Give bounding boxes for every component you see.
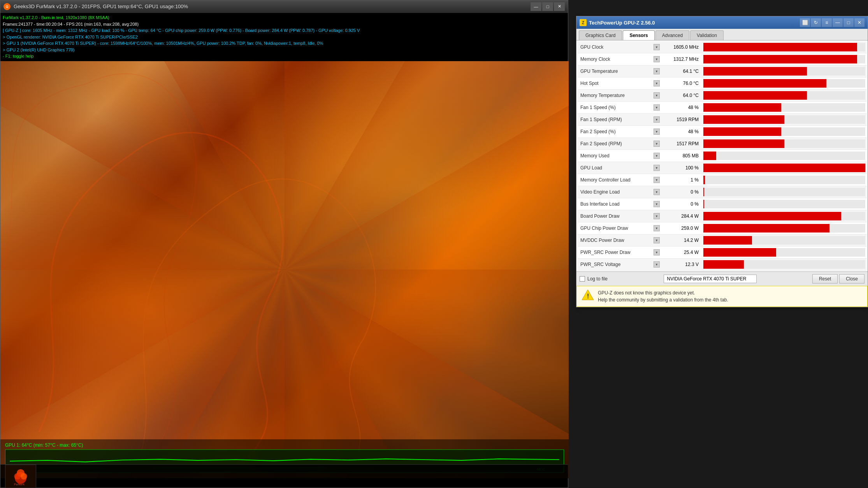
furmark-info-line7: - F1: toggle help [3, 53, 566, 60]
sensor-dropdown-2[interactable]: ▼ [654, 68, 660, 74]
sensor-bar-container-9 [703, 152, 865, 160]
svg-text:!: ! [587, 293, 589, 299]
sensor-dropdown-10[interactable]: ▼ [654, 165, 660, 171]
sensor-dropdown-14[interactable]: ▼ [654, 213, 660, 219]
sensor-value-9: 805 MB [663, 153, 702, 159]
sensor-label: PWR_SRC Power Draw [580, 250, 631, 255]
tab-graphics-card[interactable]: Graphics Card [579, 30, 622, 40]
sensor-dropdown-0[interactable]: ▼ [654, 44, 660, 50]
sensor-name-0: GPU Clock ▼ [577, 44, 663, 50]
sensor-bar-18 [703, 260, 744, 269]
gpu-selector[interactable]: NVIDIA GeForce RTX 4070 Ti SUPER [664, 275, 757, 283]
sensor-dropdown-18[interactable]: ▼ [654, 261, 660, 268]
gpuz-refresh-button[interactable]: ↻ [811, 18, 821, 27]
sensor-name-3: Hot Spot ▼ [577, 80, 663, 86]
sensor-bar-9 [703, 152, 716, 160]
sensor-row: Fan 1 Speed (%) ▼ 48 % [577, 102, 867, 114]
sensor-bar-container-8 [703, 139, 865, 148]
gpuz-tabs: Graphics Card Sensors Advanced Validatio… [576, 29, 868, 41]
gpuz-close-button[interactable]: ✕ [854, 18, 864, 27]
sensor-value-16: 14.2 W [663, 238, 702, 243]
sensor-value-18: 12.3 V [663, 262, 702, 267]
sensor-row: MVDDC Power Draw ▼ 14.2 W [577, 234, 867, 247]
sensor-value-7: 48 % [663, 129, 702, 134]
sensor-label: Memory Clock [580, 56, 610, 62]
sensor-dropdown-17[interactable]: ▼ [654, 249, 660, 255]
log-to-file-label: Log to file [587, 276, 608, 282]
gpu-temp-label: GPU 1: 64°C (min: 57°C - max: 65°C) [5, 442, 564, 448]
sensor-value-13: 0 % [663, 201, 702, 207]
gpuz-minimize-button[interactable]: — [833, 18, 843, 27]
log-to-file-checkbox[interactable] [580, 276, 585, 282]
sensor-dropdown-6[interactable]: ▼ [654, 116, 660, 123]
tab-sensors[interactable]: Sensors [623, 30, 654, 40]
furmark-minimize-button[interactable]: — [531, 2, 541, 11]
sensor-dropdown-4[interactable]: ▼ [654, 92, 660, 99]
sensor-dropdown-11[interactable]: ▼ [654, 177, 660, 183]
sensor-dropdown-13[interactable]: ▼ [654, 201, 660, 207]
sensor-bar-15 [703, 224, 829, 233]
furmark-icon: G [4, 3, 11, 10]
sensor-bar-container-16 [703, 236, 865, 245]
furmark-logo-svg: FurMark [9, 467, 32, 486]
gpuz-window: Z TechPowerUp GPU-Z 2.56.0 ⬜ ↻ ≡ — □ ✕ G… [576, 16, 868, 307]
tab-advanced[interactable]: Advanced [655, 30, 689, 40]
furmark-info-line6: > GPU 2 (Intel(R) UHD Graphics 770) [3, 47, 566, 53]
sensor-row: PWR_SRC Voltage ▼ 12.3 V [577, 259, 867, 271]
furmark-info-line1: FurMark v1.37.2.0 - Burn-in test, 1920x1… [3, 14, 566, 21]
furmark-title: Geeks3D FurMark v1.37.2.0 - 201FPS, GPU1… [14, 4, 531, 9]
sensor-label: MVDDC Power Draw [580, 238, 624, 243]
sensor-bar-container-10 [703, 164, 865, 172]
sensor-name-13: Bus Interface Load ▼ [577, 201, 663, 207]
sensor-name-1: Memory Clock ▼ [577, 56, 663, 62]
furmark-titlebar: G Geeks3D FurMark v1.37.2.0 - 201FPS, GP… [0, 0, 568, 13]
sensor-label: Video Engine Load [580, 189, 620, 195]
sensor-dropdown-1[interactable]: ▼ [654, 56, 660, 62]
sensor-name-8: Fan 2 Speed (RPM) ▼ [577, 141, 663, 147]
gpuz-app-icon: Z [580, 19, 587, 26]
sensor-bar-container-17 [703, 248, 865, 257]
tab-validation[interactable]: Validation [690, 30, 724, 40]
furmark-window: G Geeks3D FurMark v1.37.2.0 - 201FPS, GP… [0, 0, 568, 488]
gpuz-menu-button[interactable]: ≡ [822, 18, 832, 27]
close-button[interactable]: Close [839, 274, 864, 284]
sensor-dropdown-12[interactable]: ▼ [654, 189, 660, 195]
sensor-bar-container-7 [703, 127, 865, 136]
furmark-maximize-button[interactable]: □ [542, 2, 553, 11]
furmark-info-line2: Frames:241377 - time:00:20:04 - FPS:201 … [3, 21, 566, 28]
sensor-dropdown-8[interactable]: ▼ [654, 141, 660, 147]
sensor-dropdown-5[interactable]: ▼ [654, 104, 660, 111]
gpuz-screenshot-button[interactable]: ⬜ [800, 18, 810, 27]
furmark-status-bar: FurMark [0, 464, 568, 488]
sensor-value-3: 76.0 °C [663, 81, 702, 86]
svg-rect-1 [0, 61, 569, 478]
sensor-dropdown-15[interactable]: ▼ [654, 225, 660, 231]
sensor-value-14: 284.4 W [663, 213, 702, 219]
sensor-value-12: 0 % [663, 189, 702, 195]
gpuz-title: TechPowerUp GPU-Z 2.56.0 [589, 20, 798, 26]
furmark-logo-box: FurMark [5, 465, 36, 488]
sensor-label: Memory Temperature [580, 93, 625, 98]
sensor-row: PWR_SRC Power Draw ▼ 25.4 W [577, 247, 867, 259]
sensor-dropdown-3[interactable]: ▼ [654, 80, 660, 86]
sensor-bar-container-13 [703, 200, 865, 208]
sensor-bar-5 [703, 103, 781, 112]
sensor-label: Board Power Draw [580, 213, 620, 219]
furmark-close-button[interactable]: ✕ [554, 2, 565, 11]
furmark-render-canvas: GPU 1: 64°C (min: 57°C - max: 65°C) 57°C… [0, 61, 569, 478]
sensor-dropdown-9[interactable]: ▼ [654, 153, 660, 159]
gpuz-bottom-bar: Log to file NVIDIA GeForce RTX 4070 Ti S… [576, 271, 868, 286]
sensor-value-5: 48 % [663, 105, 702, 110]
sensor-dropdown-16[interactable]: ▼ [654, 237, 660, 243]
sensor-bar-7 [703, 127, 781, 136]
sensor-name-11: Memory Controller Load ▼ [577, 177, 663, 183]
sensor-dropdown-7[interactable]: ▼ [654, 129, 660, 135]
gpuz-maximize-button[interactable]: □ [843, 18, 854, 27]
sensor-bar-8 [703, 139, 784, 148]
svg-text:FurMark: FurMark [14, 483, 25, 486]
gpu-selector-wrapper: NVIDIA GeForce RTX 4070 Ti SUPER [664, 275, 757, 283]
sensor-bar-12 [703, 188, 704, 196]
reset-button[interactable]: Reset [812, 274, 838, 284]
sensor-label: GPU Clock [580, 44, 603, 50]
sensor-name-18: PWR_SRC Voltage ▼ [577, 261, 663, 268]
